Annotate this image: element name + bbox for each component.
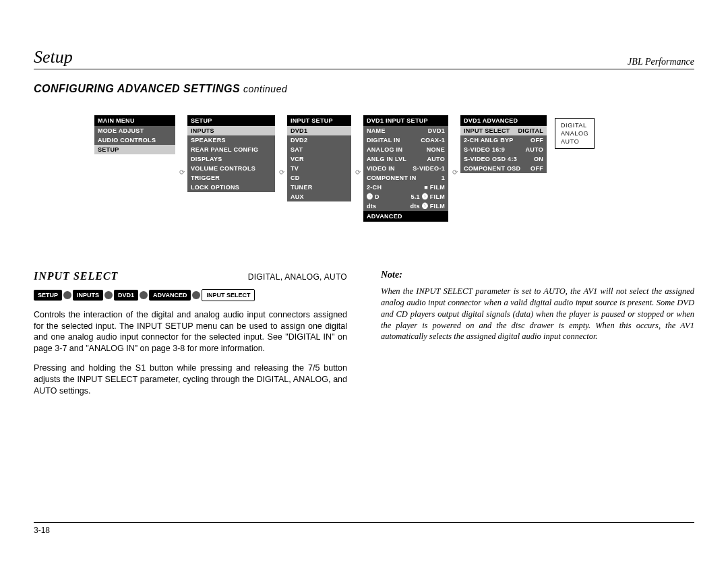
options-popup: DIGITAL ANALOG AUTO	[555, 118, 595, 149]
menu-row: INPUT SELECTDIGITAL	[460, 126, 547, 135]
menu-main: MAIN MENU MODE ADJUST AUDIO CONTROLS SET…	[94, 115, 175, 154]
section-options: DIGITAL, ANALOG, AUTO	[248, 272, 347, 282]
knob-icon	[63, 291, 71, 299]
menu-row: COMPONENT OSDOFF	[460, 164, 547, 173]
menu-row: DIGITAL INCOAX-1	[363, 135, 448, 145]
menu-row: ANALOG INNONE	[363, 145, 448, 154]
body-paragraph: Controls the interaction of the digital …	[34, 309, 347, 355]
menu-dvd1-input: DVD1 INPUT SETUP NAMEDVD1 DIGITAL INCOAX…	[363, 115, 448, 222]
section-title: INPUT SELECT	[34, 269, 118, 284]
menu-row: 🅓 D5.1 🅓 FILM	[363, 192, 448, 201]
note-heading: Note:	[381, 269, 694, 282]
menu-item: DVD2	[287, 135, 351, 145]
crumb: INPUTS	[73, 290, 103, 301]
menu-row: 2-CH ANLG BYPOFF	[460, 135, 547, 145]
knob-icon	[192, 291, 200, 299]
header-right: JBL Performance	[628, 57, 694, 67]
page-header: Setup JBL Performance	[34, 47, 694, 69]
menu-item: DISPLAYS	[187, 154, 275, 164]
menu-setup: SETUP INPUTS SPEAKERS REAR PANEL CONFIG …	[187, 115, 275, 192]
menu-flow: MAIN MENU MODE ADJUST AUDIO CONTROLS SET…	[94, 115, 694, 222]
menu-title: SETUP	[187, 115, 275, 126]
left-column: INPUT SELECT DIGITAL, ANALOG, AUTO SETUP…	[34, 269, 347, 405]
menu-item: INPUTS	[187, 126, 275, 135]
menu-row: COMPONENT IN1	[363, 173, 448, 183]
menu-row: ANLG IN LVLAUTO	[363, 154, 448, 164]
menu-item: LOCK OPTIONS	[187, 183, 275, 192]
menu-item: MODE ADJUST	[94, 126, 175, 135]
menu-item: SPEAKERS	[187, 135, 275, 145]
right-column: Note: When the INPUT SELECT parameter is…	[381, 269, 694, 405]
menu-item: TV	[287, 164, 351, 173]
menu-item: CD	[287, 173, 351, 183]
note-body: When the INPUT SELECT parameter is set t…	[381, 286, 694, 342]
popup-option: DIGITAL	[561, 121, 588, 129]
knob-icon	[104, 291, 113, 299]
menu-item: TUNER	[287, 183, 351, 192]
knob-icon	[140, 291, 148, 299]
menu-title: DVD1 ADVANCED	[460, 115, 547, 126]
breadcrumb: SETUP INPUTS DVD1 ADVANCED INPUT SELECT	[34, 289, 347, 301]
menu-item: REAR PANEL CONFIG	[187, 145, 275, 154]
menu-row: S-VIDEO OSD 4:3ON	[460, 154, 547, 164]
body-paragraph: Pressing and holding the S1 button while…	[34, 363, 347, 397]
menu-row: S-VIDEO 16:9AUTO	[460, 145, 547, 154]
menu-dvd1-advanced: DVD1 ADVANCED INPUT SELECTDIGITAL 2-CH A…	[460, 115, 547, 173]
arrow-icon: ⟳	[452, 168, 456, 176]
menu-item: VOLUME CONTROLS	[187, 164, 275, 173]
menu-item: DVD1	[287, 126, 351, 135]
menu-bottom: ADVANCED	[363, 211, 448, 222]
menu-item: SETUP	[94, 145, 175, 154]
popup-option: AUTO	[561, 137, 588, 146]
crumb: SETUP	[34, 290, 62, 301]
menu-row: dtsdts 🅓 FILM	[363, 201, 448, 211]
menu-item: VCR	[287, 154, 351, 164]
popup-option: ANALOG	[561, 129, 588, 137]
menu-row: NAMEDVD1	[363, 126, 448, 135]
subheading-cont: continued	[243, 84, 287, 94]
crumb: DVD1	[114, 290, 138, 301]
crumb: ADVANCED	[149, 290, 191, 301]
menu-item: AUDIO CONTROLS	[94, 135, 175, 145]
menu-title: DVD1 INPUT SETUP	[363, 115, 448, 126]
arrow-icon: ⟳	[179, 168, 183, 176]
menu-item: SAT	[287, 145, 351, 154]
menu-title: INPUT SETUP	[287, 115, 351, 126]
crumb: INPUT SELECT	[202, 289, 255, 301]
subheading: CONFIGURING ADVANCED SETTINGS continued	[34, 83, 694, 95]
arrow-icon: ⟳	[279, 168, 283, 176]
menu-item: TRIGGER	[187, 173, 275, 183]
subheading-main: CONFIGURING ADVANCED SETTINGS	[34, 83, 240, 94]
menu-input-setup: INPUT SETUP DVD1 DVD2 SAT VCR TV CD TUNE…	[287, 115, 351, 201]
menu-title: MAIN MENU	[94, 115, 175, 126]
menu-item: AUX	[287, 192, 351, 201]
menu-row: 2-CH■ FILM	[363, 183, 448, 192]
page-number: 3-18	[34, 522, 694, 535]
menu-row: VIDEO INS-VIDEO-1	[363, 164, 448, 173]
arrow-icon: ⟳	[355, 168, 359, 176]
header-left: Setup	[34, 47, 73, 67]
